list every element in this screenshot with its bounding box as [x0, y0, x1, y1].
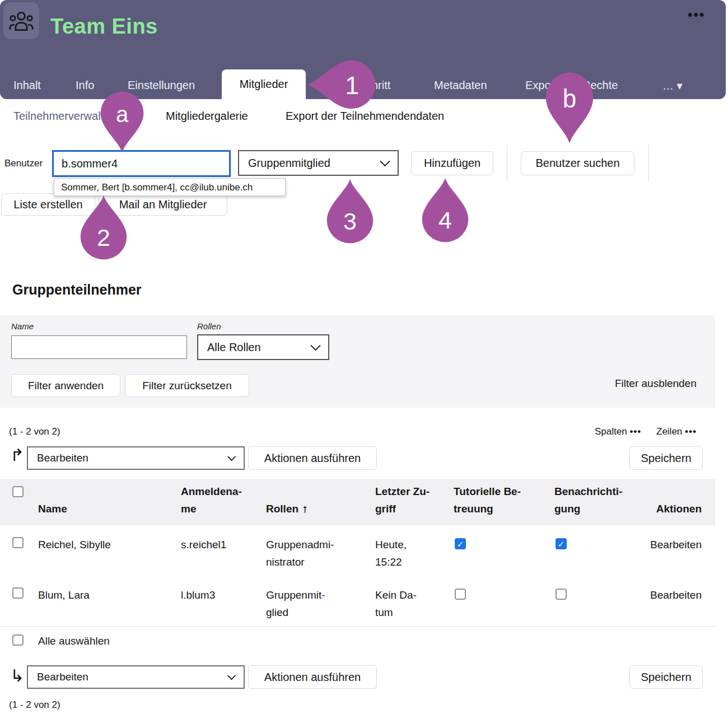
role-select-value: Gruppenmitglied [248, 157, 330, 170]
col-name[interactable]: Name [38, 500, 67, 517]
svg-text:3: 3 [343, 208, 357, 235]
tab-info[interactable]: Info [76, 79, 94, 92]
subtab-teilnehmerverwaltung[interactable]: Teilnehmerverwaltung [13, 110, 123, 123]
cell-login: s.reichel1 [181, 536, 226, 553]
filter-reset-button[interactable]: Filter zurücksetzen [125, 374, 249, 397]
range-indicator-bottom: (1 - 2 von 2) [9, 699, 60, 711]
columns-menu[interactable]: Spalten ••• [595, 426, 641, 437]
tutoring-checkbox[interactable] [455, 589, 466, 600]
row-edit-link[interactable]: Bearbeiten [650, 586, 702, 604]
select-all-header-checkbox[interactable] [12, 486, 24, 497]
bulk-action-select-bottom[interactable]: Bearbeiten [27, 665, 245, 689]
filter-apply-button[interactable]: Filter anwenden [11, 374, 120, 397]
range-indicator-top: (1 - 2 von 2) [9, 426, 60, 437]
cell-roles: Gruppenadmi- nistrator [266, 536, 334, 571]
page-title: Team Eins [50, 15, 158, 39]
cell-last-access: Kein Da- tum [375, 586, 417, 621]
select-all-label: Alle auswählen [38, 635, 110, 647]
rows-menu[interactable]: Zeilen ••• [656, 426, 697, 437]
toolbar-divider [507, 144, 507, 181]
group-object-tile [3, 2, 39, 39]
tab-export[interactable]: Export [525, 79, 558, 92]
columns-menu-dots-icon: ••• [629, 426, 641, 437]
notification-checkbox[interactable] [556, 589, 567, 600]
bulk-apply-button-bottom[interactable]: Aktionen ausführen [248, 665, 377, 689]
row-edit-link[interactable]: Bearbeiten [650, 536, 702, 553]
autocomplete-suggestion[interactable]: Sommer, Bert [b.sommer4], cc@ilub.unibe.… [54, 178, 286, 196]
rows-menu-label: Zeilen [656, 426, 682, 437]
benutzer-label: Benutzer [4, 158, 43, 169]
filter-roles-label: Rollen [197, 321, 221, 331]
hinzufuegen-button[interactable]: Hinzufügen [411, 151, 493, 175]
tab-lernfortschritt[interactable]: Lernfortschritt [322, 79, 390, 92]
table-row: Reichel, Sibylle s.reichel1 Gruppenadmi-… [0, 525, 715, 576]
toolbar-divider [648, 144, 649, 181]
cell-name: Reichel, Sibylle [38, 536, 111, 553]
cell-login: l.blum3 [181, 586, 215, 604]
columns-menu-label: Spalten [595, 426, 627, 437]
tab-overflow[interactable]: … ▾ [662, 79, 683, 92]
bulk-action-value-bottom: Bearbeiten [37, 671, 88, 683]
filter-roles-select[interactable]: Alle Rollen [197, 334, 329, 360]
mail-an-mitglieder-button[interactable]: Mail an Mitglieder [99, 193, 227, 216]
filter-hide-link[interactable]: Filter ausblenden [615, 377, 697, 390]
bulk-action-select-top[interactable]: Bearbeiten [27, 446, 245, 470]
role-select[interactable]: Gruppenmitglied [238, 150, 399, 176]
cell-name: Blum, Lara [38, 586, 90, 604]
tab-inhalt[interactable]: Inhalt [13, 79, 41, 92]
user-search-input[interactable] [52, 150, 231, 177]
filter-name-input[interactable] [11, 335, 187, 359]
select-all-checkbox[interactable] [12, 634, 24, 646]
svg-text:4: 4 [438, 207, 452, 234]
col-rollen[interactable]: Rollen↑ [266, 500, 307, 517]
rows-menu-dots-icon: ••• [685, 426, 697, 437]
tab-metadaten[interactable]: Metadaten [434, 79, 487, 92]
section-heading: Gruppenteilnehmer [12, 282, 142, 298]
chevron-down-icon [310, 340, 320, 351]
col-benachrichtigung[interactable]: Benachrichti- gung [554, 483, 622, 517]
row-checkbox[interactable] [12, 537, 24, 548]
save-button-bottom[interactable]: Speichern [629, 665, 703, 689]
tab-rechte[interactable]: Rechte [582, 79, 618, 92]
chevron-down-icon [380, 156, 390, 166]
table-row: Blum, Lara l.blum3 Gruppenmit- glied Kei… [0, 576, 715, 627]
row-checkbox[interactable] [12, 587, 24, 599]
annotation-marker-3: 3 [326, 178, 374, 244]
notification-checkbox[interactable]: ✓ [556, 538, 567, 549]
group-people-icon [9, 10, 34, 31]
save-button-top[interactable]: Speichern [629, 446, 703, 470]
tab-einstellungen[interactable]: Einstellungen [128, 79, 195, 92]
filter-roles-value: Alle Rollen [207, 341, 261, 354]
filter-name-label: Name [11, 321, 34, 331]
cell-last-access: Heute, 15:22 [375, 536, 407, 571]
svg-text:2: 2 [97, 225, 110, 251]
apply-to-selection-bottom-icon: ↳ [10, 668, 24, 684]
annotation-marker-4: 4 [421, 177, 469, 243]
chevron-down-icon [227, 452, 236, 461]
col-tutorielle-betreuung[interactable]: Tutorielle Be- treuung [454, 483, 521, 517]
sort-asc-icon: ↑ [302, 502, 307, 515]
apply-to-selection-top-icon: ↱ [10, 447, 24, 464]
bulk-action-value-top: Bearbeiten [37, 452, 88, 464]
cell-roles: Gruppenmit- glied [266, 586, 325, 621]
benutzer-suchen-button[interactable]: Benutzer suchen [521, 151, 634, 175]
subtab-export-teilnehmendendaten[interactable]: Export der Teilnehmendendaten [286, 110, 444, 123]
subtab-mitgliedergalerie[interactable]: Mitgliedergalerie [166, 110, 248, 123]
header-overflow-icon[interactable]: ••• [688, 7, 705, 22]
col-anmeldename[interactable]: Anmeldena- me [181, 483, 242, 517]
col-letzter-zugriff[interactable]: Letzter Zu- griff [375, 483, 430, 517]
chevron-down-icon [227, 671, 236, 680]
liste-erstellen-button[interactable]: Liste erstellen [1, 193, 95, 216]
tab-mitglieder[interactable]: Mitglieder [222, 69, 306, 99]
tutoring-checkbox[interactable]: ✓ [455, 538, 466, 549]
bulk-apply-button-top[interactable]: Aktionen ausführen [248, 446, 377, 470]
col-aktionen: Aktionen [656, 500, 702, 517]
table-header-row: Name Anmeldena- me Rollen↑ Letzter Zu- g… [0, 479, 715, 525]
